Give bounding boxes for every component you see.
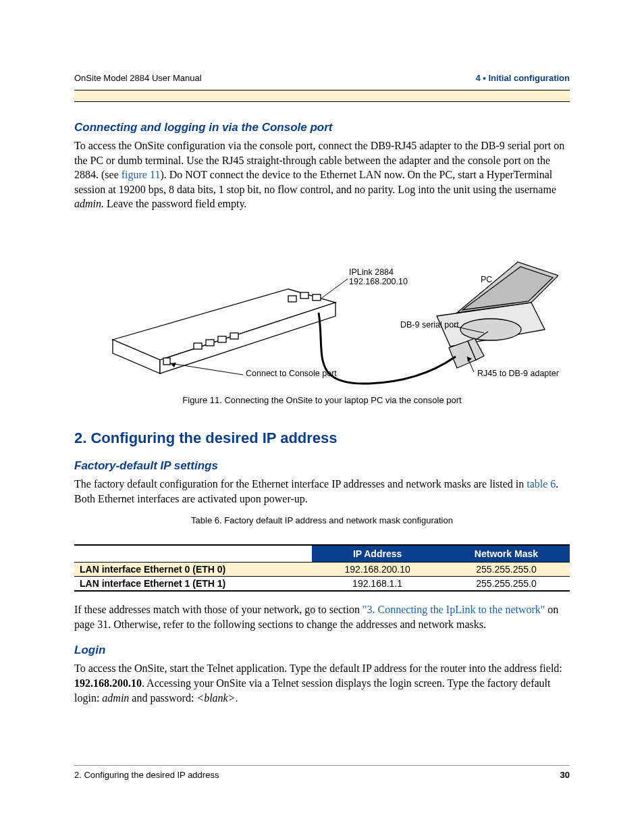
svg-line-18 [322,279,348,298]
section-login-body: To access the OnSite, start the Telnet a… [74,661,570,705]
page-number: 30 [560,770,570,780]
default-ip: 192.168.200.10 [74,677,142,689]
label-pc: PC [481,275,492,284]
page-footer: 2. Configuring the desired IP address 30 [74,765,570,780]
svg-rect-5 [218,336,226,342]
col-mask: Network Mask [443,545,570,563]
section-console-body: To access the OnSite configuration via t… [74,138,570,211]
table-6-caption: Table 6. Factory default IP address and … [74,515,570,525]
figure-11-caption: Figure 11. Connecting the OnSite to your… [74,395,570,405]
table-row: LAN interface Ethernet 1 (ETH 1) 192.168… [74,577,570,592]
label-device: IPLink 2884 192.168.200.10 [349,267,408,287]
label-consoleport: Connect to Console port [246,369,337,378]
svg-rect-6 [230,333,238,339]
link-table-6[interactable]: table 6 [527,478,556,490]
svg-rect-7 [288,296,296,302]
table-row: LAN interface Ethernet 0 (ETH 0) 192.168… [74,563,570,577]
header-left: OnSite Model 2884 User Manual [74,73,202,83]
diagram-svg [86,225,558,387]
figure-11-diagram: IPLink 2884 192.168.200.10 PC DB-9 seria… [86,225,558,387]
section-factory-title: Factory-default IP settings [74,459,570,473]
svg-rect-3 [194,343,202,349]
section-ip-heading: 2. Configuring the desired IP address [74,429,570,447]
svg-line-19 [170,363,243,375]
header-band [74,90,570,102]
link-section-3[interactable]: "3. Connecting the IpLink to the network… [363,604,545,615]
section-login-title: Login [74,644,570,657]
after-table-body: If these addresses match with those of y… [74,602,570,631]
header-right: 4 • Initial configuration [475,73,570,83]
link-figure-11[interactable]: figure 11 [122,169,161,180]
section-factory-body: The factory default configuration for th… [74,477,570,506]
svg-rect-10 [163,358,170,365]
col-ip: IP Address [312,545,443,563]
table-6: IP Address Network Mask LAN interface Et… [74,544,570,592]
svg-rect-8 [300,292,308,298]
section-console-title: Connecting and logging in via the Consol… [74,121,570,134]
page-header: OnSite Model 2884 User Manual 4 • Initia… [74,73,570,83]
label-db9: DB-9 serial port [400,320,459,330]
footer-left: 2. Configuring the desired IP address [74,770,219,780]
svg-rect-9 [313,294,321,301]
admin-username: admin. [74,198,104,209]
svg-rect-4 [206,340,214,346]
label-adapter: RJ45 to DB-9 adapter [477,369,559,378]
